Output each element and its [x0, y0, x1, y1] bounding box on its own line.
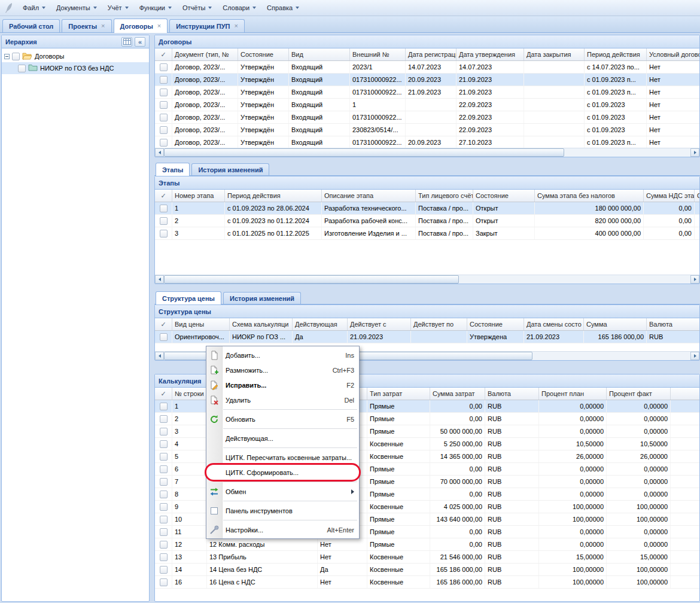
- column-header[interactable]: Действует по: [411, 318, 467, 330]
- table-row[interactable]: 3с 01.01.2025 по 01.12.2025Изготовление …: [155, 227, 699, 240]
- menu-item-edit[interactable]: Исправить...F2: [206, 377, 359, 392]
- scroll-left-icon[interactable]: [155, 148, 164, 157]
- column-header[interactable]: Состояние: [473, 190, 535, 202]
- row-checkbox[interactable]: [160, 465, 168, 473]
- column-header[interactable]: Дата смены состо: [524, 318, 584, 330]
- row-checkbox[interactable]: [160, 101, 168, 109]
- column-header[interactable]: Вид цены: [172, 318, 230, 330]
- scroll-left-icon[interactable]: [155, 352, 164, 360]
- row-checkbox[interactable]: [160, 428, 168, 436]
- row-checkbox[interactable]: [160, 516, 168, 523]
- row-checkbox[interactable]: [160, 333, 168, 341]
- column-header[interactable]: Описание этапа: [322, 190, 416, 202]
- tree-node-checkbox[interactable]: [18, 65, 26, 72]
- scrollbar-thumb[interactable]: [164, 148, 564, 157]
- tab-stages-change-history[interactable]: История изменений: [191, 163, 269, 175]
- menu-item-settings[interactable]: Настройки...Alt+Enter: [206, 522, 359, 537]
- row-checkbox[interactable]: [160, 63, 168, 71]
- column-header[interactable]: № строки: [172, 388, 207, 400]
- row-checkbox[interactable]: [160, 403, 168, 410]
- select-all-checkbox-header[interactable]: ✓: [155, 318, 172, 330]
- row-checkbox[interactable]: [160, 578, 168, 586]
- row-checkbox[interactable]: [160, 230, 168, 237]
- column-header[interactable]: Документ (тип, №: [172, 48, 238, 60]
- table-row[interactable]: 1с 01.09.2023 по 28.06.2024Разработка те…: [155, 202, 699, 215]
- row-checkbox[interactable]: [160, 89, 168, 96]
- table-row[interactable]: 1616 Цена с НДСНетКосвенные165 186 000,0…: [155, 576, 699, 589]
- menu-item-refresh[interactable]: ОбновитьF5: [206, 412, 359, 427]
- menu-item-active-price[interactable]: Действующая...: [206, 431, 359, 446]
- tree-node-contracts[interactable]: Договоры: [2, 50, 149, 62]
- tab-close-icon[interactable]: ×: [101, 23, 105, 29]
- tab-price-change-history[interactable]: История изменений: [223, 292, 301, 304]
- menubar-item-functions[interactable]: Функции: [134, 2, 177, 14]
- row-checkbox[interactable]: [160, 415, 168, 423]
- column-header[interactable]: Номер этапа: [172, 190, 225, 202]
- table-row[interactable]: 2с 01.09.2023 по 01.12.2024Разработка ра…: [155, 215, 699, 227]
- select-all-checkbox-header[interactable]: ✓: [155, 48, 172, 60]
- tree-node-checkbox[interactable]: [12, 53, 20, 60]
- column-header[interactable]: Дата закрытия: [524, 48, 585, 60]
- column-header[interactable]: Вид: [289, 48, 350, 60]
- column-header[interactable]: Состояние: [467, 318, 524, 330]
- column-header[interactable]: Сумма НДС этапа: [644, 190, 695, 202]
- menu-item-add[interactable]: Добавить...Ins: [206, 348, 359, 363]
- tab-price-structure[interactable]: Структура цены: [156, 291, 221, 304]
- column-header[interactable]: Процент план: [539, 388, 607, 400]
- menubar-item-accounting[interactable]: Учёт: [102, 2, 134, 14]
- row-checkbox[interactable]: [160, 541, 168, 549]
- tab-close-icon[interactable]: ×: [235, 23, 238, 29]
- menu-item-toolbar-toggle[interactable]: Панель инструментов: [206, 503, 359, 518]
- scrollbar-track[interactable]: [164, 148, 690, 157]
- scrollbar-thumb[interactable]: [164, 275, 459, 284]
- tab-contracts[interactable]: Договоры×: [114, 19, 168, 33]
- menubar-item-documents[interactable]: Документы: [51, 2, 102, 14]
- row-checkbox[interactable]: [160, 114, 168, 121]
- column-header[interactable]: Условный догово: [647, 48, 699, 60]
- menu-item-duplicate[interactable]: Размножить...Ctrl+F3: [206, 363, 359, 377]
- tab-projects[interactable]: Проекты×: [62, 19, 111, 32]
- collapse-node-icon[interactable]: [4, 54, 10, 59]
- column-header[interactable]: Сумм: [695, 190, 699, 202]
- column-header[interactable]: Действующая: [293, 318, 348, 330]
- row-checkbox[interactable]: [160, 205, 168, 212]
- row-checkbox[interactable]: [160, 126, 168, 134]
- menu-item-delete[interactable]: УдалитьDel: [206, 392, 359, 407]
- row-checkbox[interactable]: [160, 553, 168, 561]
- tab-desktop[interactable]: Рабочий стол: [2, 19, 60, 32]
- column-header[interactable]: Период действия: [225, 190, 322, 202]
- column-header[interactable]: Тип затрат: [367, 388, 430, 400]
- tab-stages[interactable]: Этапы: [156, 163, 190, 176]
- column-header[interactable]: Схема калькуляци: [230, 318, 293, 330]
- table-row[interactable]: Договор, 2023/...УтверждёнВходящий017310…: [155, 86, 699, 99]
- scrollbar-track[interactable]: [164, 275, 690, 284]
- column-header[interactable]: Сумма: [584, 318, 647, 330]
- select-all-checkbox-header[interactable]: ✓: [155, 190, 172, 202]
- table-row[interactable]: 1414 Цена без НДСДаКосвенные165 186 000,…: [155, 564, 699, 576]
- row-checkbox[interactable]: [160, 566, 168, 574]
- table-row[interactable]: Договор, 2023/...УтверждёнВходящий2023/1…: [155, 61, 699, 74]
- row-checkbox[interactable]: [160, 440, 168, 448]
- row-checkbox[interactable]: [160, 217, 168, 225]
- row-checkbox[interactable]: [160, 491, 168, 498]
- column-header[interactable]: Дата регистрации: [406, 48, 456, 60]
- collapse-panel-icon[interactable]: «: [135, 37, 145, 47]
- column-header[interactable]: [671, 388, 699, 400]
- menu-item-citk-form[interactable]: ЦИТК. Сформировать...: [206, 465, 359, 480]
- menu-item-citk-recalc[interactable]: ЦИТК. Пересчитать косвенные затраты...: [206, 450, 359, 465]
- menubar-item-dictionaries[interactable]: Словари: [217, 2, 261, 14]
- table-row[interactable]: Договор, 2023/...УтверждёнВходящий017310…: [155, 111, 699, 124]
- column-header[interactable]: Сумма затрат: [430, 388, 485, 400]
- column-header[interactable]: Состояние: [238, 48, 289, 60]
- table-row[interactable]: 1212 Комм. расходыНетПрямые0,00RUB0,0000…: [155, 538, 699, 551]
- row-checkbox[interactable]: [160, 76, 168, 84]
- column-header[interactable]: Период действия: [585, 48, 647, 60]
- table-row[interactable]: Договор, 2023/...УтверждёнВходящий017310…: [155, 74, 699, 86]
- table-row[interactable]: 1313 ПрибыльНетКосвенные21 546 000,00RUB…: [155, 551, 699, 564]
- menubar-item-file[interactable]: Файл: [17, 2, 51, 14]
- tab-close-icon[interactable]: ×: [157, 23, 161, 29]
- row-checkbox[interactable]: [160, 503, 168, 511]
- column-header[interactable]: Действует с: [348, 318, 411, 330]
- column-header[interactable]: Сумма этапа без налогов: [535, 190, 644, 202]
- grid-view-icon[interactable]: [121, 37, 132, 47]
